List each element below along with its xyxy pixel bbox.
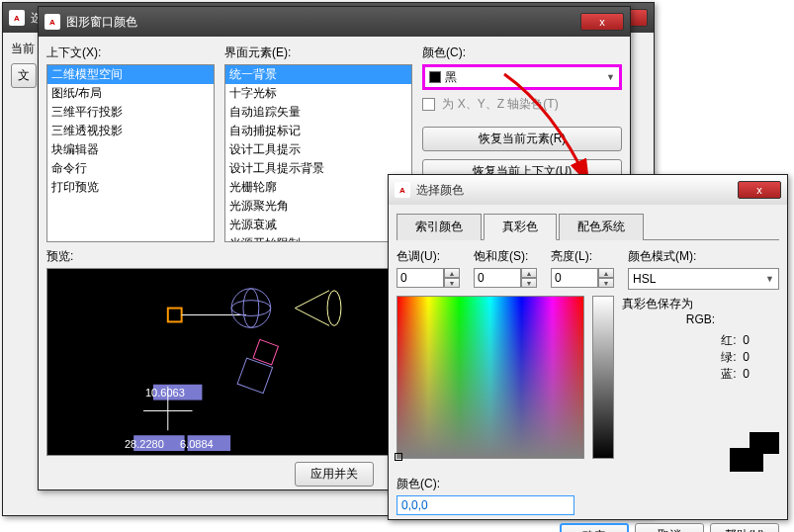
bg-label: 当前 <box>11 42 35 55</box>
color-swatch <box>429 71 441 83</box>
svg-rect-8 <box>253 339 278 364</box>
list-item[interactable]: 十字光标 <box>225 84 411 103</box>
preview-val-c: 6.0884 <box>180 438 214 450</box>
context-label: 上下文(X): <box>46 44 215 61</box>
sat-label: 饱和度(S): <box>474 248 537 265</box>
tint-label: 为 X、Y、Z 轴染色(T) <box>442 97 558 111</box>
picker-close-button[interactable]: x <box>738 181 781 199</box>
color-value: 黑 <box>445 69 457 86</box>
b-label: 蓝: <box>721 367 736 381</box>
color-field[interactable] <box>397 296 584 459</box>
elements-label: 界面元素(E): <box>224 44 412 61</box>
list-item[interactable]: 三维透视投影 <box>47 122 214 140</box>
list-item[interactable]: 统一背景 <box>225 65 411 84</box>
preview-val-a: 10.6063 <box>145 387 185 399</box>
color-picker-window: A 选择颜色 x 索引颜色 真彩色 配色系统 色调(U): ▲▼ 饱和度(S):… <box>388 174 788 520</box>
color-cursor <box>395 453 402 461</box>
svg-rect-0 <box>168 309 182 322</box>
list-item[interactable]: 光源聚光角 <box>225 197 411 216</box>
model-label: 颜色模式(M): <box>628 248 779 265</box>
list-item[interactable]: 自动捕捉标记 <box>225 122 411 140</box>
hue-label: 色调(U): <box>397 248 460 265</box>
lum-spinner[interactable]: ▲▼ <box>551 268 614 288</box>
tint-checkbox[interactable] <box>422 98 435 111</box>
restore-element-button[interactable]: 恢复当前元素(R) <box>422 127 622 151</box>
main-titlebar: A 图形窗口颜色 x <box>39 7 630 37</box>
luminance-slider[interactable] <box>592 296 614 459</box>
app-icon: A <box>395 182 410 198</box>
list-item[interactable]: 光源衰减 <box>225 216 411 234</box>
app-icon: A <box>9 10 25 26</box>
main-title: 图形窗口颜色 <box>66 14 580 31</box>
apply-close-button[interactable]: 应用并关 <box>295 462 374 487</box>
lum-input[interactable] <box>551 268 598 288</box>
preview-val-b: 28.2280 <box>125 438 164 450</box>
list-item[interactable]: 块编辑器 <box>47 140 214 159</box>
picker-color-label: 颜色(C): <box>397 476 779 492</box>
picker-tabs: 索引颜色 真彩色 配色系统 <box>397 213 779 240</box>
color-combo[interactable]: 黑 <box>422 64 622 90</box>
list-item[interactable]: 三维平行投影 <box>47 103 214 122</box>
lum-label: 亮度(L): <box>551 248 614 265</box>
picker-color-input[interactable] <box>397 495 574 515</box>
list-item[interactable]: 光源开始限制 <box>225 234 411 242</box>
rgb-label: RGB: <box>622 312 779 326</box>
g-label: 绿: <box>721 350 736 364</box>
svg-line-6 <box>295 291 329 309</box>
bg-btn[interactable]: 文 <box>11 63 37 88</box>
hue-spinner[interactable]: ▲▼ <box>397 268 460 288</box>
sat-up[interactable]: ▲ <box>521 268 537 278</box>
color-label: 颜色(C): <box>422 44 622 61</box>
list-item[interactable]: 设计工具提示背景 <box>225 159 411 178</box>
help-button[interactable]: 帮助(H) <box>710 523 779 532</box>
context-listbox[interactable]: 二维模型空间图纸/布局三维平行投影三维透视投影块编辑器命令行打印预览 <box>46 64 215 242</box>
new-old-swatch <box>730 432 779 472</box>
lum-down[interactable]: ▼ <box>598 278 614 288</box>
hue-input[interactable] <box>397 268 444 288</box>
list-item[interactable]: 二维模型空间 <box>47 65 214 84</box>
svg-line-7 <box>295 309 329 326</box>
list-item[interactable]: 图纸/布局 <box>47 84 214 103</box>
model-combo[interactable]: HSL <box>628 268 779 290</box>
list-item[interactable]: 自动追踪矢量 <box>225 103 411 122</box>
svg-point-3 <box>231 301 271 316</box>
list-item[interactable]: 命令行 <box>47 159 214 178</box>
cancel-button[interactable]: 取消 <box>635 523 704 532</box>
sat-spinner[interactable]: ▲▼ <box>474 268 537 288</box>
tab-color-book[interactable]: 配色系统 <box>559 214 644 240</box>
tab-index-color[interactable]: 索引颜色 <box>397 214 482 240</box>
lum-up[interactable]: ▲ <box>598 268 614 278</box>
svg-point-2 <box>231 289 271 328</box>
svg-point-4 <box>243 289 259 328</box>
hue-up[interactable]: ▲ <box>444 268 460 278</box>
list-item[interactable]: 光栅轮廓 <box>225 178 411 197</box>
sat-down[interactable]: ▼ <box>521 278 537 288</box>
list-item[interactable]: 打印预览 <box>47 178 214 197</box>
sat-input[interactable] <box>474 268 521 288</box>
main-close-button[interactable]: x <box>580 13 624 31</box>
list-item[interactable]: 设计工具提示 <box>225 140 411 159</box>
svg-point-5 <box>327 291 341 326</box>
tab-true-color[interactable]: 真彩色 <box>484 214 557 240</box>
app-icon: A <box>44 14 60 30</box>
hue-down[interactable]: ▼ <box>444 278 460 288</box>
b-value: 0 <box>743 367 750 381</box>
r-value: 0 <box>743 333 750 347</box>
picker-title: 选择颜色 <box>416 182 738 199</box>
r-label: 红: <box>721 333 736 347</box>
picker-titlebar: A 选择颜色 x <box>389 175 787 205</box>
ok-button[interactable]: 确定 <box>560 523 629 532</box>
g-value: 0 <box>743 350 750 364</box>
elements-listbox[interactable]: 统一背景十字光标自动追踪矢量自动捕捉标记设计工具提示设计工具提示背景光栅轮廓光源… <box>224 64 412 242</box>
saveas-label: 真彩色保存为 <box>622 296 779 312</box>
